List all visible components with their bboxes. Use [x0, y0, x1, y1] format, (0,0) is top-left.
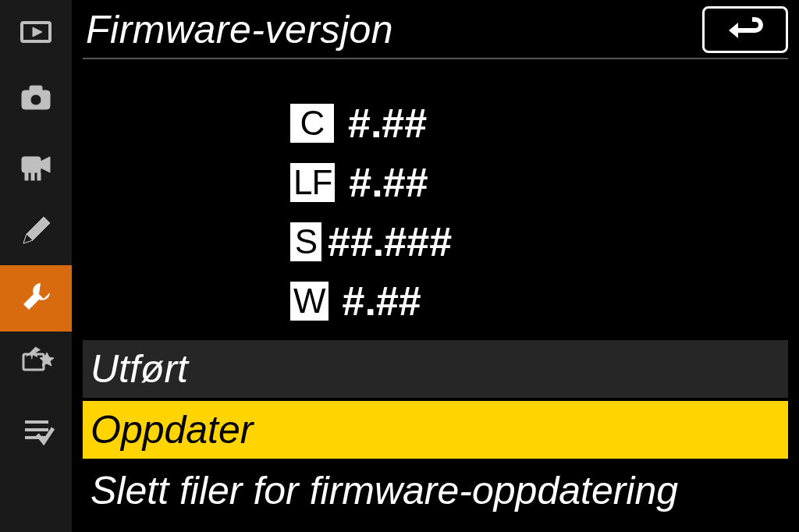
version-row-c: C #.##: [290, 100, 799, 147]
version-value: #.##: [349, 159, 428, 206]
version-row-lf: LF #.##: [290, 159, 799, 206]
version-badge: LF: [290, 163, 335, 202]
header: Firmware-versjon: [72, 0, 799, 58]
screen: Firmware-versjon C #.## LF #.## S: [0, 0, 799, 532]
video-icon: [17, 146, 55, 186]
sidebar-item-retouch[interactable]: [0, 332, 72, 398]
sidebar-item-setup[interactable]: [0, 265, 72, 332]
option-update[interactable]: Oppdater: [83, 401, 788, 459]
page-title: Firmware-versjon: [86, 7, 393, 52]
sidebar-item-mymenu[interactable]: [0, 398, 72, 464]
version-badge: W: [290, 282, 328, 321]
svg-rect-7: [25, 172, 28, 180]
wrench-icon: [17, 278, 55, 319]
svg-marker-1: [33, 27, 42, 37]
camera-icon: [17, 80, 55, 120]
option-done[interactable]: Utført: [83, 340, 788, 398]
version-badge: S: [290, 222, 321, 261]
main-area: Firmware-versjon C #.## LF #.## S: [72, 0, 799, 532]
svg-rect-8: [31, 172, 34, 180]
version-value: #.##: [343, 278, 421, 325]
svg-rect-5: [22, 157, 41, 172]
svg-rect-9: [37, 172, 41, 180]
sidebar-item-video[interactable]: [0, 133, 72, 199]
version-value: #.##: [348, 100, 427, 147]
retouch-icon: [17, 345, 55, 385]
sidebar-item-pencil[interactable]: [0, 199, 72, 265]
version-row-s: S ##.###: [290, 218, 799, 265]
back-icon: [726, 12, 765, 47]
sidebar: [0, 0, 72, 532]
mymenu-icon: [17, 411, 55, 452]
playback-icon: [17, 13, 55, 54]
sidebar-item-playback[interactable]: [0, 0, 72, 66]
svg-rect-3: [30, 86, 42, 92]
back-button[interactable]: [702, 6, 788, 53]
options-list: Utført Oppdater Slett filer for firmware…: [72, 340, 799, 523]
svg-point-4: [30, 94, 41, 105]
version-badge: C: [290, 104, 334, 143]
sidebar-item-photo[interactable]: [0, 66, 72, 133]
version-row-w: W #.##: [290, 278, 799, 325]
svg-marker-6: [41, 157, 50, 172]
firmware-versions: C #.## LF #.## S ##.### W #.##: [72, 59, 799, 337]
version-value: ##.###: [328, 218, 452, 265]
option-delete[interactable]: Slett filer for firmware-oppdatering: [83, 462, 788, 520]
pencil-icon: [17, 212, 55, 253]
